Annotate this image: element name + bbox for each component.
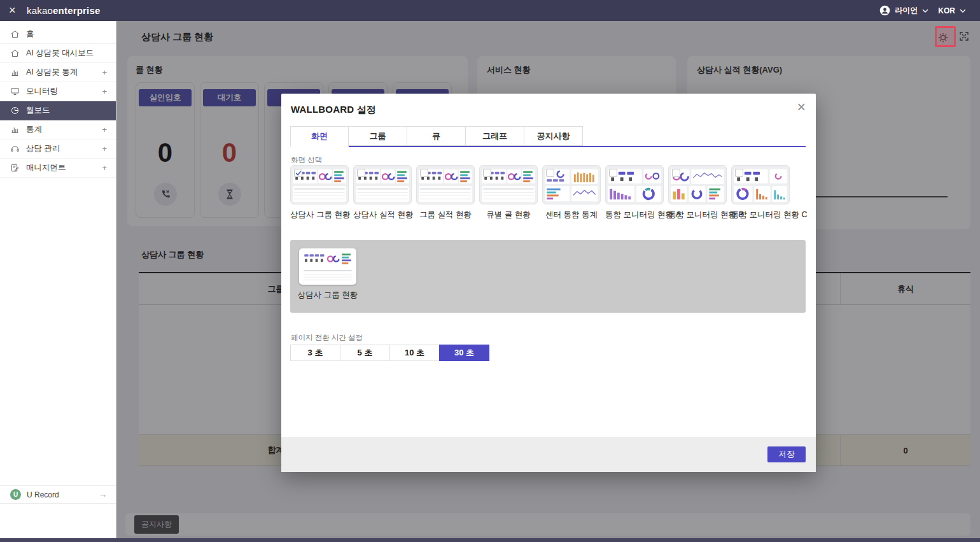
wallboard-settings-modal: WALLBOARD 설정 × 화면 그룹 큐 그래프 공지사항 화면 선택 상담… [281, 94, 816, 472]
modal-title: WALLBOARD 설정 [291, 104, 376, 116]
screen-thumbnails: 상담사 그룹 현황 상담사 실적 현황 그룹 실적 현황 큐별 콜 현황 센터 … [290, 165, 790, 220]
screen-option-monitoring-b[interactable]: 통합 모니터링 현황 B [668, 165, 727, 220]
tab-group[interactable]: 그룹 [349, 126, 407, 146]
page-interval-label: 페이지 전환 시간 설정 [291, 333, 363, 343]
chevron-down-icon[interactable] [922, 9, 928, 13]
sidebar-item-management[interactable]: 매니지먼트 + [0, 159, 116, 178]
expand-plus-icon[interactable]: + [102, 125, 107, 134]
selected-screen-label: 상담사 그룹 현황 [290, 290, 365, 301]
checkbox-unchecked[interactable] [672, 169, 680, 177]
sidebar: 홈 AI 상담봇 대시보드 AI 상담봇 통계 + 모니터링 + 월보드 통계 … [0, 21, 116, 538]
selected-screen-thumbnail[interactable] [299, 248, 356, 285]
checkbox-unchecked[interactable] [546, 169, 554, 177]
screen-option-monitoring-c[interactable]: 통합 모니터링 현황 C [731, 165, 790, 220]
screen-option-center-stats[interactable]: 센터 통합 통계 [542, 165, 601, 220]
menu-close-icon[interactable]: × [9, 4, 23, 17]
top-app-bar: × kakaoenterprise 라이언 KOR [0, 0, 980, 21]
home-icon [10, 29, 20, 39]
monitor-icon [10, 87, 20, 96]
tab-graph[interactable]: 그래프 [466, 126, 524, 146]
screen-option-group-perf[interactable]: 그룹 실적 현황 [416, 165, 475, 220]
sidebar-item-stats[interactable]: 통계 + [0, 120, 116, 139]
checkbox-checked[interactable] [294, 169, 302, 177]
save-button[interactable]: 저장 [767, 446, 806, 462]
sidebar-item-wallboard[interactable]: 월보드 [0, 101, 116, 120]
checkbox-unchecked[interactable] [735, 169, 743, 177]
screen-option-queue-call[interactable]: 큐별 콜 현황 [479, 165, 538, 220]
interval-30s-button[interactable]: 30 초 [439, 345, 489, 361]
screen-select-label: 화면 선택 [291, 155, 322, 165]
u-record-icon: U [10, 489, 21, 500]
modal-tabs: 화면 그룹 큐 그래프 공지사항 [290, 126, 806, 147]
kakao-enterprise-logo: kakaoenterprise [27, 5, 101, 16]
user-avatar-icon [879, 5, 890, 16]
checkbox-unchecked[interactable] [420, 169, 428, 177]
user-name[interactable]: 라이언 [895, 5, 918, 16]
document-edit-icon [10, 163, 20, 173]
tab-notice[interactable]: 공지사항 [524, 126, 583, 146]
screen-option-agent-group[interactable]: 상담사 그룹 현황 [290, 165, 349, 220]
interval-10s-button[interactable]: 10 초 [389, 345, 440, 361]
interval-3s-button[interactable]: 3 초 [290, 345, 340, 361]
sidebar-item-counsel-management[interactable]: 상담 관리 + [0, 139, 116, 159]
gear-click-highlight [935, 26, 956, 47]
checkbox-unchecked[interactable] [357, 169, 365, 177]
chevron-down-icon[interactable] [960, 9, 966, 13]
bottom-edge-strip [0, 538, 980, 542]
sidebar-item-home[interactable]: 홈 [0, 25, 116, 44]
locale-selector[interactable]: KOR [938, 6, 955, 15]
pie-chart-icon [10, 106, 20, 115]
checkbox-unchecked[interactable] [609, 169, 617, 177]
bar-chart-icon [10, 68, 20, 77]
selected-screens-area: 상담사 그룹 현황 [290, 240, 806, 313]
modal-footer: 저장 [281, 437, 816, 472]
tab-screen[interactable]: 화면 [290, 126, 349, 147]
sidebar-item-ai-bot-stats[interactable]: AI 상담봇 통계 + [0, 63, 116, 82]
sidebar-item-ai-bot-dashboard[interactable]: AI 상담봇 대시보드 [0, 44, 116, 63]
interval-5s-button[interactable]: 5 초 [340, 345, 390, 361]
home-icon [10, 48, 20, 58]
bar-chart-icon [10, 125, 20, 134]
sidebar-item-monitoring[interactable]: 모니터링 + [0, 82, 116, 101]
expand-plus-icon[interactable]: + [102, 68, 107, 77]
expand-plus-icon[interactable]: + [102, 87, 107, 96]
arrow-right-icon: → [99, 490, 107, 499]
expand-plus-icon[interactable]: + [102, 163, 107, 173]
headset-icon [10, 144, 20, 153]
sidebar-item-u-record[interactable]: U U Record → [0, 485, 116, 504]
screen-option-agent-perf[interactable]: 상담사 실적 현황 [353, 165, 412, 220]
tab-queue[interactable]: 큐 [407, 126, 466, 146]
screen-option-monitoring-a[interactable]: 통합 모니터링 현황 A [605, 165, 664, 220]
checkbox-unchecked[interactable] [483, 169, 491, 177]
modal-close-icon[interactable]: × [797, 100, 806, 115]
expand-plus-icon[interactable]: + [102, 144, 107, 153]
page-interval-options: 3 초 5 초 10 초 30 초 [290, 345, 489, 361]
